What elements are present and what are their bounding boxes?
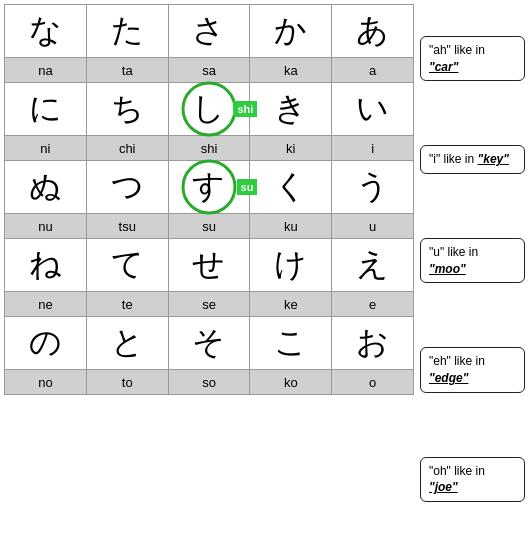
char-span-r3-c1: て (87, 239, 168, 291)
roma-span-r3-c1: te (87, 292, 168, 316)
char-span-r1-c1: ち (87, 83, 168, 135)
roma-span-r3-c0: ne (5, 292, 86, 316)
roma-cell-r1-c2: shi (168, 136, 250, 161)
roma-span-r2-c4: u (332, 214, 413, 238)
roma-span-r2-c2: su (169, 214, 250, 238)
badge-r2: su (237, 179, 258, 195)
roma-cell-r1-c1: chi (86, 136, 168, 161)
char-span-r0-c0: な (5, 5, 86, 57)
char-cell-r0-c1: た (86, 5, 168, 58)
roma-span-r1-c4: i (332, 136, 413, 160)
roma-cell-r4-c4: o (332, 370, 414, 395)
roma-cell-r2-c3: ku (250, 214, 332, 239)
char-cell-r4-c0: の (5, 317, 87, 370)
roma-cell-r4-c1: to (86, 370, 168, 395)
char-span-r0-c3: か (250, 5, 331, 57)
roma-cell-r4-c0: no (5, 370, 87, 395)
char-cell-r4-c2: そ (168, 317, 250, 370)
annotation-r1: "i" like in "key" (420, 145, 525, 174)
char-span-r3-c0: ね (5, 239, 86, 291)
roma-span-r2-c3: ku (250, 214, 331, 238)
char-span-r4-c4: お (332, 317, 413, 369)
char-cell-r3-c3: け (250, 239, 332, 292)
roma-cell-r0-c3: ka (250, 58, 332, 83)
char-span-r2-c4: う (332, 161, 413, 213)
badge-r1: shi (233, 101, 257, 117)
roma-span-r0-c1: ta (87, 58, 168, 82)
roma-cell-r3-c2: se (168, 292, 250, 317)
roma-span-r1-c0: ni (5, 136, 86, 160)
char-span-r3-c4: え (332, 239, 413, 291)
char-span-r4-c0: の (5, 317, 86, 369)
roma-span-r4-c0: no (5, 370, 86, 394)
char-cell-r2-c4: う (332, 161, 414, 214)
annotation-r2: "u" like in "moo" (420, 238, 525, 284)
char-cell-r1-c3: き (250, 83, 332, 136)
char-cell-r0-c0: な (5, 5, 87, 58)
char-span-r3-c2: せ (169, 239, 250, 291)
char-span-r1-c3: き (250, 83, 331, 135)
roma-cell-r0-c1: ta (86, 58, 168, 83)
roma-span-r4-c1: to (87, 370, 168, 394)
char-cell-r3-c0: ね (5, 239, 87, 292)
roma-cell-r2-c0: nu (5, 214, 87, 239)
char-cell-r3-c4: え (332, 239, 414, 292)
roma-span-r0-c0: na (5, 58, 86, 82)
char-span-r4-c2: そ (169, 317, 250, 369)
roma-cell-r0-c2: sa (168, 58, 250, 83)
roma-cell-r0-c4: a (332, 58, 414, 83)
char-cell-r1-c2: しshi (168, 83, 250, 136)
roma-span-r4-c4: o (332, 370, 413, 394)
char-span-r1-c0: に (5, 83, 86, 135)
roma-span-r0-c2: sa (169, 58, 250, 82)
roma-span-r0-c3: ka (250, 58, 331, 82)
char-span-r0-c4: あ (332, 5, 413, 57)
char-span-r0-c1: た (87, 5, 168, 57)
roma-cell-r3-c3: ke (250, 292, 332, 317)
char-span-r1-c4: い (332, 83, 413, 135)
roma-span-r3-c3: ke (250, 292, 331, 316)
char-cell-r2-c1: つ (86, 161, 168, 214)
char-cell-r1-c4: い (332, 83, 414, 136)
annotation-r3: "eh" like in "edge" (420, 347, 525, 393)
roma-cell-r2-c4: u (332, 214, 414, 239)
char-cell-r0-c4: あ (332, 5, 414, 58)
annotation-r0: "ah" like in "car" (420, 36, 525, 82)
char-span-r2-c0: ぬ (5, 161, 86, 213)
roma-cell-r1-c3: ki (250, 136, 332, 161)
roma-span-r3-c4: e (332, 292, 413, 316)
roma-span-r2-c0: nu (5, 214, 86, 238)
char-cell-r4-c4: お (332, 317, 414, 370)
char-cell-r2-c0: ぬ (5, 161, 87, 214)
roma-cell-r3-c4: e (332, 292, 414, 317)
kana-table: なたさかあnatasakaaにちしshiきいnichishikiiぬつすsuくう… (4, 4, 414, 395)
char-cell-r0-c2: さ (168, 5, 250, 58)
roma-span-r0-c4: a (332, 58, 413, 82)
char-cell-r3-c2: せ (168, 239, 250, 292)
char-cell-r0-c3: か (250, 5, 332, 58)
char-cell-r4-c1: と (86, 317, 168, 370)
char-span-r4-c3: こ (250, 317, 331, 369)
char-cell-r3-c1: て (86, 239, 168, 292)
roma-cell-r3-c1: te (86, 292, 168, 317)
annotation-r4: "oh" like in "joe" (420, 457, 525, 503)
roma-span-r4-c2: so (169, 370, 250, 394)
char-span-r2-c3: く (250, 161, 331, 213)
char-span-r2-c1: つ (87, 161, 168, 213)
roma-cell-r3-c0: ne (5, 292, 87, 317)
char-span-r0-c2: さ (169, 5, 250, 57)
roma-cell-r4-c3: ko (250, 370, 332, 395)
char-cell-r1-c0: に (5, 83, 87, 136)
roma-span-r1-c2: shi (169, 136, 250, 160)
roma-span-r2-c1: tsu (87, 214, 168, 238)
roma-span-r3-c2: se (169, 292, 250, 316)
roma-cell-r2-c1: tsu (86, 214, 168, 239)
roma-cell-r2-c2: su (168, 214, 250, 239)
roma-cell-r1-c4: i (332, 136, 414, 161)
kana-table-container: なたさかあnatasakaaにちしshiきいnichishikiiぬつすsuくう… (4, 4, 414, 395)
char-cell-r2-c3: く (250, 161, 332, 214)
char-cell-r1-c1: ち (86, 83, 168, 136)
roma-cell-r1-c0: ni (5, 136, 87, 161)
char-span-r4-c1: と (87, 317, 168, 369)
char-span-r3-c3: け (250, 239, 331, 291)
